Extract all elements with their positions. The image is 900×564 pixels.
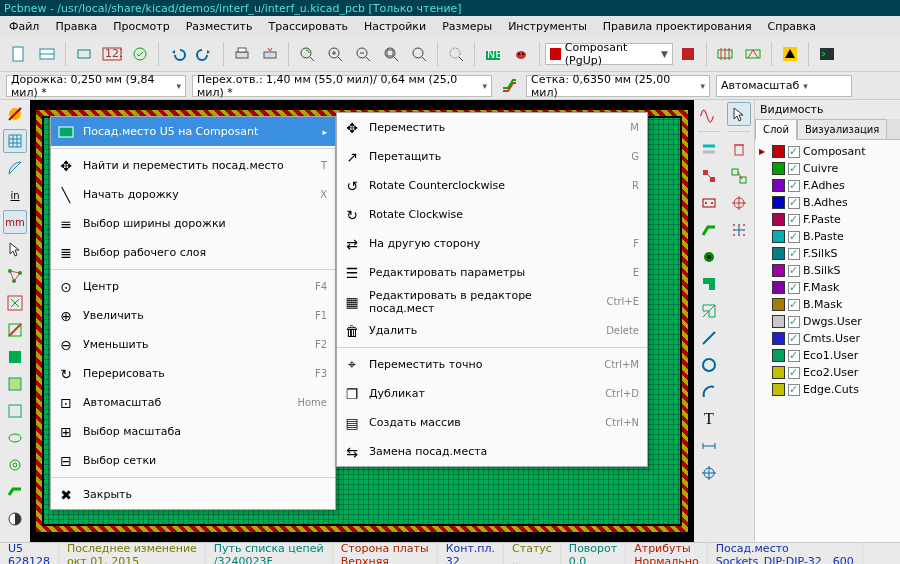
menu-view[interactable]: Просмотр xyxy=(106,18,176,35)
menu-tools[interactable]: Инструменты xyxy=(501,18,594,35)
layer-visible-checkbox[interactable] xyxy=(788,231,800,243)
ctx-submenu-item[interactable]: ↺Rotate CounterclockwiseR xyxy=(337,171,647,200)
zoom-selector[interactable]: Автомасштаб▾ xyxy=(716,75,852,97)
ctx-submenu-item[interactable]: ⇆Замена посад.места xyxy=(337,437,647,466)
layer-visible-checkbox[interactable] xyxy=(788,316,800,328)
add-arc-icon[interactable] xyxy=(697,380,721,404)
layer-selector[interactable]: Composant (PgUp) ▼ xyxy=(545,43,673,65)
redo-icon[interactable] xyxy=(192,41,218,67)
add-line-icon[interactable] xyxy=(697,326,721,350)
origin-icon[interactable] xyxy=(727,191,751,215)
module-icon[interactable] xyxy=(71,41,97,67)
layer-swatch-icon[interactable] xyxy=(772,383,785,396)
menu-route[interactable]: Трассировать xyxy=(262,18,356,35)
layer-swatch-icon[interactable] xyxy=(772,281,785,294)
ctx-menu-item[interactable]: ⊙ЦентрF4 xyxy=(51,272,335,301)
ctx-menu-item[interactable]: ⊞Выбор масштаба xyxy=(51,417,335,446)
ctx-submenu-item[interactable]: ❐ДубликатCtrl+D xyxy=(337,379,647,408)
grid-selector[interactable]: Сетка: 0,6350 мм (25,00 мил)▾ xyxy=(526,75,710,97)
drc-off-icon[interactable] xyxy=(3,102,27,126)
layer-visible-checkbox[interactable] xyxy=(788,265,800,277)
ctx-submenu-item[interactable]: ☰Редактировать параметрыE xyxy=(337,258,647,287)
netlist-icon[interactable]: 123 xyxy=(99,41,125,67)
add-keepout-icon[interactable] xyxy=(697,299,721,323)
net-highlight-icon[interactable] xyxy=(697,137,721,161)
layer-swatch-icon[interactable] xyxy=(772,213,785,226)
drc-bug-icon[interactable] xyxy=(508,41,534,67)
add-via-icon[interactable] xyxy=(697,245,721,269)
add-footprint-icon[interactable] xyxy=(697,191,721,215)
menu-drc[interactable]: Правила проектирования xyxy=(596,18,759,35)
plot-icon[interactable] xyxy=(257,41,283,67)
track-outline-icon[interactable] xyxy=(3,480,27,504)
layer-visible-checkbox[interactable] xyxy=(788,384,800,396)
warning-icon[interactable] xyxy=(777,41,803,67)
layer-row[interactable]: Eco1.User xyxy=(757,347,898,364)
ctx-menu-item[interactable]: ≡Выбор ширины дорожки xyxy=(51,209,335,238)
hf-icon[interactable] xyxy=(697,102,721,126)
layer-row[interactable]: Cuivre xyxy=(757,160,898,177)
layer-visible-checkbox[interactable] xyxy=(788,350,800,362)
route-track-icon[interactable] xyxy=(697,218,721,242)
menu-dimensions[interactable]: Размеры xyxy=(435,18,499,35)
pad-outline-icon[interactable] xyxy=(3,426,27,450)
units-mm-icon[interactable]: mm xyxy=(3,210,27,234)
cursor-shape-icon[interactable] xyxy=(3,237,27,261)
via-size-selector[interactable]: Перех.отв.: 1,40 мм (55,0 мил)/ 0,64 мм … xyxy=(192,75,492,97)
menu-file[interactable]: Файл xyxy=(2,18,46,35)
show-zones-outline-icon[interactable] xyxy=(3,372,27,396)
layer-visible-checkbox[interactable] xyxy=(788,214,800,226)
tab-render[interactable]: Визуализация xyxy=(797,119,887,139)
track-width-selector[interactable]: Дорожка: 0,250 мм (9,84 мил) *▾ xyxy=(6,75,186,97)
layer-row[interactable]: Dwgs.User xyxy=(757,313,898,330)
auto-delete-track-icon[interactable] xyxy=(3,318,27,342)
layer-swatch-icon[interactable] xyxy=(772,230,785,243)
auto-track-icon[interactable] xyxy=(498,75,520,97)
layer-swatch-icon[interactable] xyxy=(772,196,785,209)
layer-swatch-icon[interactable] xyxy=(772,315,785,328)
undo-icon[interactable] xyxy=(164,41,190,67)
layer-row[interactable]: ▶ Composant xyxy=(757,143,898,160)
add-target-icon[interactable] xyxy=(697,461,721,485)
python-console-icon[interactable] xyxy=(814,41,840,67)
ctx-submenu-item[interactable]: 🗑УдалитьDelete xyxy=(337,316,647,345)
menu-help[interactable]: Справка xyxy=(761,18,823,35)
units-in-icon[interactable]: in xyxy=(3,183,27,207)
layer-row[interactable]: B.Mask xyxy=(757,296,898,313)
ratsnest-module-icon[interactable] xyxy=(3,291,27,315)
contrast-mode-icon[interactable] xyxy=(3,507,27,531)
layer-row[interactable]: B.SilkS xyxy=(757,262,898,279)
menu-place[interactable]: Разместить xyxy=(179,18,260,35)
ctx-menu-item[interactable]: ⊕УвеличитьF1 xyxy=(51,301,335,330)
tab-layers[interactable]: Слой xyxy=(755,119,797,140)
ctx-menu-item[interactable]: ✥Найти и переместить посад.местоT xyxy=(51,151,335,180)
layer-swatch-icon[interactable] xyxy=(772,162,785,175)
ctx-menu-item[interactable]: ⊖УменьшитьF2 xyxy=(51,330,335,359)
ctx-submenu-item[interactable]: ⌖Переместить точноCtrl+M xyxy=(337,350,647,379)
ctx-submenu-item[interactable]: ▦Редактировать в редакторе посад.местCtr… xyxy=(337,287,647,316)
ctx-menu-item[interactable]: ╲Начать дорожкуX xyxy=(51,180,335,209)
layer-visible-checkbox[interactable] xyxy=(788,248,800,260)
layer-visible-checkbox[interactable] xyxy=(788,146,800,158)
layer-visible-checkbox[interactable] xyxy=(788,299,800,311)
delete-icon[interactable] xyxy=(727,137,751,161)
open-icon[interactable] xyxy=(34,41,60,67)
layer-visible-checkbox[interactable] xyxy=(788,367,800,379)
grid-origin-icon[interactable] xyxy=(727,218,751,242)
select-tool-icon[interactable] xyxy=(727,102,751,126)
ctx-submenu-item[interactable]: ▤Создать массивCtrl+N xyxy=(337,408,647,437)
autoplace-icon[interactable] xyxy=(727,164,751,188)
local-ratsnest-icon[interactable] xyxy=(697,164,721,188)
grid-visible-icon[interactable] xyxy=(3,129,27,153)
layer-visible-checkbox[interactable] xyxy=(788,180,800,192)
add-circle-icon[interactable] xyxy=(697,353,721,377)
layer-swatch-icon[interactable] xyxy=(772,247,785,260)
ctx-submenu-item[interactable]: ⇄На другую сторонуF xyxy=(337,229,647,258)
layer-row[interactable]: F.Paste xyxy=(757,211,898,228)
show-zones-none-icon[interactable] xyxy=(3,399,27,423)
ctx-menu-item[interactable]: ✖Закрыть xyxy=(51,480,335,509)
show-zones-icon[interactable] xyxy=(3,345,27,369)
menu-settings[interactable]: Настройки xyxy=(357,18,433,35)
ctx-submenu-item[interactable]: ✥ПереместитьM xyxy=(337,113,647,142)
script-icon[interactable] xyxy=(675,41,701,67)
